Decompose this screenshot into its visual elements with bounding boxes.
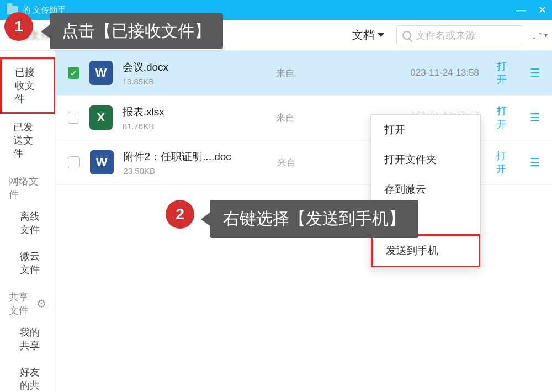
menu-open[interactable]: 打开 — [371, 115, 480, 145]
annotation-badge-2: 2 — [166, 200, 194, 229]
word-file-icon: W — [89, 61, 113, 85]
file-row[interactable]: ✓ W 会议.docx 13.85KB 来自 023-11-24 13:58 打… — [56, 51, 552, 96]
file-size: 13.85KB — [123, 77, 266, 86]
open-link[interactable]: 打开 — [497, 104, 516, 131]
more-icon[interactable]: ☰ — [530, 66, 540, 80]
file-source-label: 来自 — [277, 156, 315, 169]
file-size: 23.50KB — [124, 166, 267, 176]
annotation-callout-1: 点击【已接收文件】 — [50, 13, 223, 49]
sidebar-item-friendshare[interactable]: 好友的共享 — [0, 359, 55, 392]
checkbox[interactable]: ✓ — [68, 67, 79, 79]
file-name: 会议.docx — [123, 60, 266, 75]
search-input[interactable]: 文件名或来源 — [396, 25, 523, 45]
more-icon[interactable]: ☰ — [530, 156, 540, 169]
chevron-down-icon — [378, 33, 384, 37]
menu-open-folder[interactable]: 打开文件夹 — [371, 145, 480, 174]
checkbox[interactable] — [68, 112, 79, 124]
sidebar-item-myshare[interactable]: 我的共享 — [0, 319, 55, 359]
word-file-icon: W — [90, 150, 114, 174]
more-icon[interactable]: ☰ — [530, 111, 540, 124]
search-placeholder: 文件名或来源 — [416, 29, 475, 42]
filter-label: 文档 — [352, 28, 374, 43]
sidebar-item-received[interactable]: 已接收文件 — [0, 57, 55, 114]
open-link[interactable]: 打开 — [496, 149, 516, 176]
file-source-label: 来自 — [276, 112, 312, 124]
sidebar-group-network: 网络文件 — [0, 167, 55, 203]
checkbox[interactable] — [68, 156, 79, 168]
search-icon — [402, 31, 411, 40]
minimize-button[interactable]: — — [516, 4, 526, 16]
close-button[interactable]: ✕ — [538, 4, 546, 16]
annotation-badge-1: 1 — [4, 12, 33, 41]
sort-button[interactable]: ↓↑▾ — [531, 28, 544, 43]
sidebar-item-weiyun[interactable]: 微云文件 — [0, 243, 55, 283]
file-name: 报表.xlsx — [123, 105, 266, 119]
sidebar-item-offline[interactable]: 离线文件 — [0, 203, 55, 243]
file-date: 023-11-24 13:58 — [410, 67, 479, 78]
annotation-callout-2: 右键选择【发送到手机】 — [210, 200, 418, 238]
file-size: 81.76KB — [123, 121, 266, 131]
sidebar-item-sent[interactable]: 已发送文件 — [0, 114, 55, 167]
filter-dropdown[interactable]: 文档 — [348, 25, 389, 45]
open-link[interactable]: 打开 — [497, 60, 516, 86]
file-source-label: 来自 — [276, 67, 312, 80]
menu-send-to-phone[interactable]: 发送到手机 — [371, 234, 480, 267]
sidebar: 已接收文件 已发送文件 网络文件 离线文件 微云文件 共享文件 ⚙ 我的共享 好… — [0, 51, 56, 392]
gear-icon[interactable]: ⚙ — [36, 297, 46, 310]
context-menu: 打开 打开文件夹 存到微云 转发 发送到手机 — [370, 114, 481, 268]
sidebar-group-share: 共享文件 ⚙ — [0, 283, 55, 319]
excel-file-icon: X — [89, 105, 113, 130]
file-name: 附件2：任职证明....doc — [124, 150, 267, 164]
